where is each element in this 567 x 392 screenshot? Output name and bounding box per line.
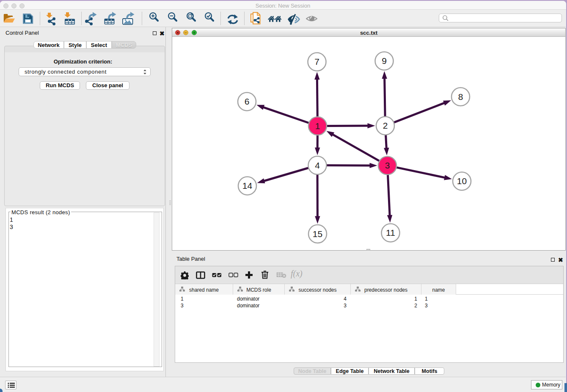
svg-text:8: 8 — [458, 92, 463, 102]
svg-text:2: 2 — [383, 121, 388, 130]
svg-text:9: 9 — [382, 56, 387, 66]
svg-text:14: 14 — [242, 181, 253, 190]
svg-text:3: 3 — [385, 160, 390, 170]
svg-text:10: 10 — [457, 176, 467, 186]
svg-text:6: 6 — [245, 97, 250, 106]
svg-text:1: 1 — [315, 121, 320, 131]
svg-text:4: 4 — [315, 160, 320, 170]
svg-text:11: 11 — [386, 228, 395, 237]
svg-text:15: 15 — [313, 229, 322, 239]
svg-text:7: 7 — [314, 57, 319, 66]
